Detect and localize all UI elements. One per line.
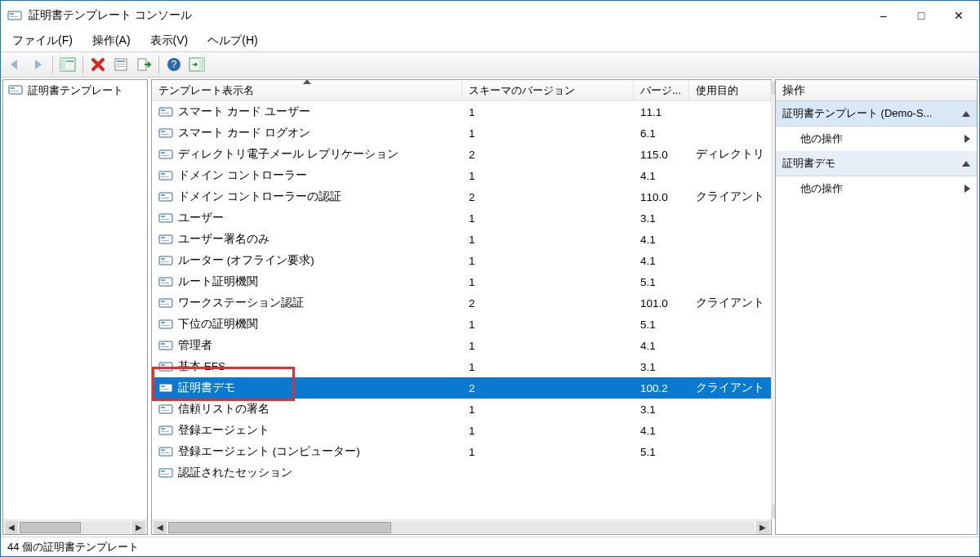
- table-row[interactable]: 下位の証明機関15.1: [152, 314, 771, 335]
- tree-horizontal-scrollbar[interactable]: ◀ ▶: [3, 519, 147, 534]
- column-header-schema[interactable]: スキーマのバージョン: [462, 80, 634, 100]
- table-row[interactable]: ディレクトリ電子メール レプリケーション2115.0ディレクトリ: [152, 144, 771, 165]
- actions-more-2[interactable]: 他の操作: [776, 176, 977, 201]
- menu-action[interactable]: 操作(A): [86, 32, 137, 50]
- column-header-label: テンプレート表示名: [158, 83, 254, 98]
- show-hide-tree-button[interactable]: [57, 55, 78, 74]
- row-schema: 1: [462, 212, 634, 225]
- row-schema: 1: [462, 319, 634, 331]
- toolbar-separator: [82, 56, 83, 74]
- close-button[interactable]: ✕: [940, 2, 978, 29]
- svg-rect-17: [11, 91, 19, 91]
- tree-panel: 証明書テンプレート ◀ ▶: [2, 79, 148, 535]
- column-header-usage[interactable]: 使用目的: [689, 80, 771, 100]
- row-name: 証明書デモ: [178, 381, 235, 395]
- column-header-version[interactable]: バージ...: [634, 80, 689, 100]
- table-row[interactable]: ルート証明機関15.1: [152, 271, 771, 292]
- table-row[interactable]: 基本 EFS13.1: [152, 356, 771, 377]
- svg-rect-43: [161, 279, 165, 281]
- row-name: 認証されたセッション: [178, 466, 292, 480]
- scroll-right-icon[interactable]: ▶: [756, 521, 769, 534]
- row-version: 5.1: [634, 319, 689, 331]
- column-header-name[interactable]: テンプレート表示名: [152, 80, 462, 100]
- menu-view[interactable]: 表示(V): [144, 32, 195, 50]
- export-list-button[interactable]: [133, 55, 154, 74]
- table-row[interactable]: 信頼リストの署名13.1: [152, 399, 771, 420]
- svg-rect-62: [161, 410, 169, 411]
- svg-rect-37: [161, 237, 165, 238]
- scrollbar-thumb[interactable]: [168, 522, 391, 533]
- svg-rect-5: [66, 60, 74, 62]
- row-schema: 1: [462, 255, 634, 267]
- list-horizontal-scrollbar[interactable]: ◀ ▶: [152, 519, 771, 534]
- svg-rect-39: [159, 256, 172, 265]
- svg-rect-70: [161, 470, 165, 472]
- row-version: 5.1: [634, 446, 689, 458]
- menu-file[interactable]: ファイル(F): [6, 32, 79, 50]
- table-row[interactable]: ドメイン コントローラーの認証2110.0クライアント: [152, 186, 771, 207]
- properties-button[interactable]: [110, 55, 131, 74]
- svg-rect-51: [159, 341, 172, 350]
- row-usage: クライアント: [689, 189, 771, 204]
- minimize-button[interactable]: –: [865, 2, 902, 29]
- nav-forward-button[interactable]: [27, 55, 48, 74]
- nav-back-button[interactable]: [4, 55, 25, 74]
- actions-section-label: 証明書テンプレート (Demo-S...: [782, 106, 932, 121]
- row-version: 3.1: [634, 361, 689, 373]
- table-row[interactable]: 管理者14.1: [152, 335, 771, 356]
- menu-help[interactable]: ヘルプ(H): [201, 32, 264, 50]
- actions-section-templates[interactable]: 証明書テンプレート (Demo-S...: [776, 101, 977, 127]
- svg-rect-50: [161, 325, 169, 326]
- toolbar: ?: [1, 51, 979, 78]
- svg-rect-55: [161, 364, 165, 366]
- certificate-icon: [158, 127, 173, 139]
- table-row[interactable]: ワークステーション認証2101.0クライアント: [152, 292, 771, 314]
- scrollbar-thumb[interactable]: [20, 522, 81, 533]
- table-row[interactable]: 登録エージェント14.1: [152, 420, 771, 441]
- certificate-icon: [158, 255, 173, 266]
- table-row[interactable]: スマート カード ログオン16.1: [152, 123, 771, 144]
- row-version: 110.0: [634, 191, 689, 203]
- row-version: 100.2: [634, 382, 689, 394]
- certificate-icon: [158, 319, 173, 330]
- svg-rect-41: [161, 261, 169, 262]
- row-name: 基本 EFS: [178, 359, 225, 374]
- row-schema: 1: [462, 170, 634, 182]
- svg-rect-47: [161, 304, 169, 305]
- scrollbar-track[interactable]: [20, 522, 131, 533]
- svg-rect-9: [117, 66, 125, 67]
- table-row[interactable]: 登録エージェント (コンピューター)15.1: [152, 441, 771, 462]
- table-row[interactable]: ドメイン コントローラー14.1: [152, 165, 771, 186]
- status-text: 44 個の証明書テンプレート: [7, 540, 139, 555]
- list-header: テンプレート表示名 スキーマのバージョン バージ... 使用目的: [152, 80, 771, 101]
- svg-rect-40: [161, 258, 165, 260]
- table-row[interactable]: ユーザー13.1: [152, 207, 771, 229]
- svg-rect-69: [159, 469, 172, 477]
- certificate-icon: [158, 212, 173, 224]
- table-row[interactable]: ユーザー署名のみ14.1: [152, 229, 771, 250]
- row-name: 登録エージェント (コンピューター): [178, 444, 360, 459]
- table-row[interactable]: 認証されたセッション: [152, 462, 771, 483]
- row-name: ルーター (オフライン要求): [178, 253, 314, 268]
- table-row[interactable]: 証明書デモ2100.2クライアント: [152, 377, 771, 399]
- svg-rect-48: [159, 320, 172, 328]
- svg-rect-42: [159, 278, 172, 286]
- scroll-left-icon[interactable]: ◀: [5, 521, 18, 534]
- help-button[interactable]: ?: [163, 55, 185, 74]
- actions-section-selected[interactable]: 証明書デモ: [776, 151, 977, 176]
- toolbar-separator: [158, 56, 159, 74]
- list-panel: テンプレート表示名 スキーマのバージョン バージ... 使用目的 スマート カー…: [151, 79, 772, 535]
- scroll-left-icon[interactable]: ◀: [154, 521, 167, 534]
- actions-more-1[interactable]: 他の操作: [776, 127, 977, 151]
- tree-item-templates[interactable]: 証明書テンプレート: [3, 80, 147, 101]
- actions-pane-button[interactable]: [186, 55, 207, 74]
- tree-item-label: 証明書テンプレート: [28, 83, 123, 98]
- certificate-icon: [158, 340, 173, 351]
- maximize-button[interactable]: □: [902, 2, 940, 29]
- row-version: 115.0: [634, 149, 689, 161]
- svg-rect-23: [161, 134, 169, 135]
- table-row[interactable]: スマート カード ユーザー111.1: [152, 101, 771, 123]
- table-row[interactable]: ルーター (オフライン要求)14.1: [152, 250, 771, 271]
- delete-button[interactable]: [87, 55, 109, 74]
- scroll-right-icon[interactable]: ▶: [132, 521, 145, 534]
